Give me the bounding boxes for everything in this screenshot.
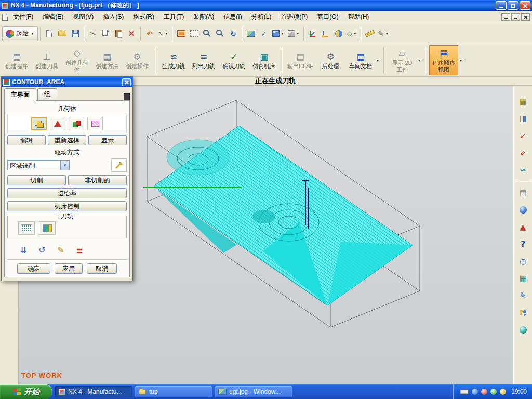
menu-tools[interactable]: 工具(T) (159, 11, 188, 23)
help-button[interactable]: ? (516, 238, 530, 250)
dialog-titlebar[interactable]: CONTOUR_AREA (2, 77, 132, 87)
taskbar-task-nx[interactable]: NX 4 - Manufactu... (55, 386, 132, 397)
verify-toolpath-button[interactable]: ✓确认刀轨 (219, 45, 248, 75)
cancel-button[interactable]: 取消 (87, 263, 117, 274)
reselect-geometry-button[interactable]: 重新选择 (48, 135, 86, 145)
apply-button[interactable]: 应用 (55, 263, 83, 274)
toolpath-list-options-button[interactable] (39, 221, 56, 235)
open-file-button[interactable] (56, 27, 69, 41)
dropdown-arrow-icon[interactable]: ▼ (417, 45, 422, 75)
start-menu-button[interactable]: 起始 ▼ (2, 26, 38, 41)
zoom-button[interactable] (214, 27, 227, 41)
delete-button[interactable] (126, 27, 138, 41)
tab-main[interactable]: 主界面 (4, 88, 36, 101)
tab-options-button[interactable] (124, 93, 130, 100)
create-method-button[interactable]: ▦创建方法 (92, 45, 122, 75)
palette-list-button[interactable]: ▦ (516, 272, 530, 285)
part-geometry-button[interactable] (50, 117, 65, 130)
edit-geometry-button[interactable]: 编辑 (7, 135, 46, 145)
program-order-view-button[interactable]: ▤程序顺序视图 (429, 45, 458, 75)
generate-toolpath-button[interactable]: ≋生成刀轨 (159, 45, 188, 75)
menu-information[interactable]: 信息(I) (219, 11, 246, 23)
shop-documentation-button[interactable]: ▤车间文档 (346, 45, 375, 75)
taskbar-task-folder[interactable]: tup (135, 386, 212, 397)
operation-navigator-button[interactable]: ↙ (516, 129, 530, 142)
undo-button[interactable]: ↶ (143, 27, 156, 41)
generate-action-button[interactable]: ⇊ (17, 244, 30, 256)
edit-display-button[interactable]: ✓ (258, 27, 270, 41)
close-button[interactable] (520, 1, 530, 10)
combo-dropdown-icon[interactable]: ▼ (60, 161, 69, 170)
keyboard-tray-icon[interactable] (460, 389, 469, 394)
part-navigator-button[interactable]: ◨ (516, 112, 530, 125)
reuse-library-button[interactable]: ▤ (516, 187, 530, 199)
ok-button[interactable]: 确定 (17, 263, 50, 274)
child-restore-button[interactable] (511, 13, 520, 21)
wave-navigator-button[interactable]: ≈ (516, 164, 530, 176)
recent-parts-button[interactable]: ◷ (516, 255, 530, 268)
menu-view[interactable]: 视图(V) (69, 11, 98, 23)
selection-info-button[interactable]: ↖▼ (156, 27, 170, 41)
taskbar-task-image[interactable]: ugt.jpg - Window... (215, 386, 292, 397)
postprocess-button[interactable]: ⚙后处理 (316, 45, 345, 75)
maximize-button[interactable] (508, 1, 518, 10)
copy-button[interactable] (100, 27, 112, 41)
output-clsf-button[interactable]: ▤输出CLSF (286, 45, 315, 75)
volume-tray-icon[interactable] (500, 389, 506, 395)
windows-start-button[interactable]: 开始 (0, 384, 52, 399)
snap-point-button[interactable]: ◇▼ (345, 27, 358, 41)
security-tray-icon[interactable] (481, 389, 487, 395)
rotate-view-button[interactable]: ↻ (227, 27, 240, 41)
update-tray-icon[interactable] (490, 389, 497, 395)
create-program-button[interactable]: ▤创建程序 (2, 45, 31, 75)
non-cutting-button[interactable]: 非切削的 (68, 175, 127, 185)
internet-explorer-button[interactable] (516, 204, 530, 216)
trim-geometry-button[interactable] (87, 117, 103, 130)
dropdown-arrow-icon[interactable]: ▼ (458, 45, 463, 75)
wcs-button[interactable] (332, 27, 345, 41)
save-button[interactable] (69, 27, 82, 41)
create-tool-button[interactable]: ⊥创建刀具 (32, 45, 61, 75)
create-operation-button[interactable]: ⚙创建操作 (123, 45, 152, 75)
menu-window[interactable]: 窗口(O) (313, 11, 342, 23)
datum-csys-button[interactable] (320, 27, 332, 41)
fit-view-button[interactable] (201, 27, 214, 41)
wireframe-view-button[interactable]: ▼ (286, 27, 301, 41)
list-action-button[interactable]: ≣ (73, 244, 86, 256)
cut-button[interactable]: ✂ (87, 27, 99, 41)
shaded-view-button[interactable]: ▼ (271, 27, 286, 41)
feedrate-button[interactable]: 进给率 (7, 188, 127, 198)
child-minimize-button[interactable] (501, 13, 510, 21)
dialog-close-button[interactable] (122, 78, 131, 86)
menu-edit[interactable]: 编辑(E) (38, 11, 68, 23)
orient-csys-button[interactable] (307, 27, 319, 41)
assembly-navigator-button[interactable]: ▦ (516, 95, 530, 108)
machine-control-button[interactable]: 机床控制 (7, 201, 127, 211)
simulate-machine-button[interactable]: ▣仿真机床 (249, 45, 278, 75)
virtual-window-button[interactable] (188, 27, 201, 41)
image-capture-button[interactable] (245, 27, 257, 41)
toolpath-display-options-button[interactable] (18, 221, 35, 235)
menu-file[interactable]: 文件(F) (9, 11, 37, 23)
check-geometry-button[interactable] (69, 117, 84, 130)
dropdown-arrow-icon[interactable]: ▼ (375, 45, 380, 75)
list-toolpath-button[interactable]: ≡列出刀轨 (189, 45, 218, 75)
window-titlebar[interactable]: NX 4 - Manufacturing - [fjug.prt （修改的） ] (0, 0, 532, 11)
menu-format[interactable]: 格式(R) (129, 11, 158, 23)
menu-help[interactable]: 帮助(H) (344, 11, 374, 23)
network-tray-icon[interactable] (472, 389, 478, 395)
child-close-button[interactable] (521, 13, 530, 21)
geometry-select-button[interactable] (31, 117, 47, 130)
create-geometry-button[interactable]: ◇创建几何体 (62, 45, 91, 75)
new-file-button[interactable] (43, 27, 56, 41)
cutting-button[interactable]: 切削 (7, 175, 66, 185)
drive-method-select[interactable]: 区域铣削 ▼ (7, 160, 70, 170)
roles-button[interactable] (516, 307, 530, 319)
sketch-palette-button[interactable]: ✎ (516, 289, 530, 302)
annotation-tool-button[interactable]: ✎▼ (377, 27, 391, 41)
menu-preferences[interactable]: 首选项(P) (276, 11, 312, 23)
display-window-button[interactable] (175, 27, 188, 41)
machine-navigator-button[interactable]: ⇙ (516, 147, 530, 159)
paste-button[interactable] (113, 27, 125, 41)
history-palette-button[interactable]: ▲ (516, 221, 530, 233)
